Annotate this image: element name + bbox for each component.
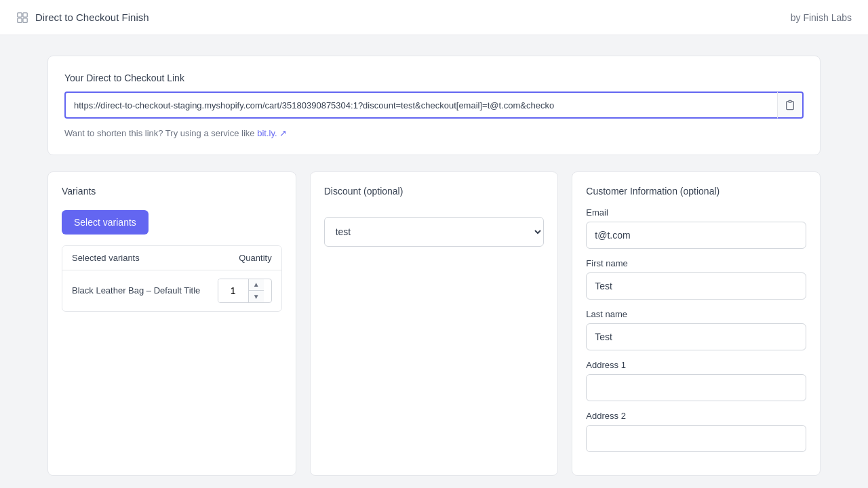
svg-rect-3 <box>23 18 27 22</box>
quantity-up-button[interactable]: ▲ <box>249 279 264 291</box>
variants-table: Selected variants Quantity Black Leather… <box>62 245 282 312</box>
quantity-arrows: ▲ ▼ <box>248 279 264 302</box>
address2-label: Address 2 <box>586 411 806 421</box>
header-left: Direct to Checkout Finish <box>16 12 149 24</box>
address2-input[interactable] <box>586 425 806 452</box>
discount-card: Discount (optional) test SAVE10 PROMO20 <box>310 171 559 476</box>
customer-info-title: Customer Information (optional) <box>586 186 806 197</box>
copy-link-button[interactable] <box>777 92 804 119</box>
address2-group: Address 2 <box>586 411 806 452</box>
variants-card-title: Variants <box>62 186 282 197</box>
app-header: Direct to Checkout Finish by Finish Labs <box>0 0 868 35</box>
svg-rect-1 <box>23 12 27 16</box>
link-input-row <box>64 92 804 119</box>
svg-rect-0 <box>18 12 22 16</box>
app-title: Direct to Checkout Finish <box>35 12 149 23</box>
table-row: Black Leather Bag – Default Title ▲ ▼ <box>62 270 281 311</box>
email-input[interactable] <box>586 222 806 249</box>
last-name-label: Last name <box>586 309 806 319</box>
variants-table-header: Selected variants Quantity <box>62 246 281 270</box>
variants-card: Variants Select variants Selected varian… <box>47 171 296 476</box>
discount-select[interactable]: test SAVE10 PROMO20 <box>324 217 545 247</box>
col-selected-variants: Selected variants <box>72 253 140 263</box>
checkout-link-input[interactable] <box>64 92 777 119</box>
quantity-spinner: ▲ ▼ <box>218 279 272 303</box>
cards-row: Variants Select variants Selected varian… <box>47 171 821 476</box>
svg-rect-2 <box>18 18 22 22</box>
email-group: Email <box>586 207 806 249</box>
variant-name: Black Leather Bag – Default Title <box>72 285 200 297</box>
email-label: Email <box>586 207 806 218</box>
clipboard-icon <box>785 100 795 110</box>
quantity-down-button[interactable]: ▼ <box>249 291 264 302</box>
first-name-label: First name <box>586 258 806 268</box>
col-quantity: Quantity <box>239 253 271 263</box>
grid-icon <box>16 12 28 24</box>
last-name-group: Last name <box>586 309 806 350</box>
address1-group: Address 1 <box>586 360 806 401</box>
first-name-input[interactable] <box>586 272 806 300</box>
shorten-text: Want to shorten this link? Try using a s… <box>64 128 804 138</box>
customer-info-card: Customer Information (optional) Email Fi… <box>572 171 821 476</box>
bitly-link[interactable]: bit.ly. ↗ <box>257 128 287 138</box>
link-card: Your Direct to Checkout Link Want to sho… <box>47 56 821 155</box>
link-card-title: Your Direct to Checkout Link <box>64 73 804 83</box>
svg-rect-4 <box>789 100 791 102</box>
select-variants-button[interactable]: Select variants <box>62 210 149 235</box>
discount-card-title: Discount (optional) <box>324 186 545 197</box>
byline: by Finish Labs <box>791 12 852 23</box>
quantity-input[interactable] <box>218 279 248 302</box>
main-content: Your Direct to Checkout Link Want to sho… <box>0 35 868 488</box>
last-name-input[interactable] <box>586 323 806 350</box>
address1-label: Address 1 <box>586 360 806 370</box>
first-name-group: First name <box>586 258 806 300</box>
address1-input[interactable] <box>586 374 806 401</box>
